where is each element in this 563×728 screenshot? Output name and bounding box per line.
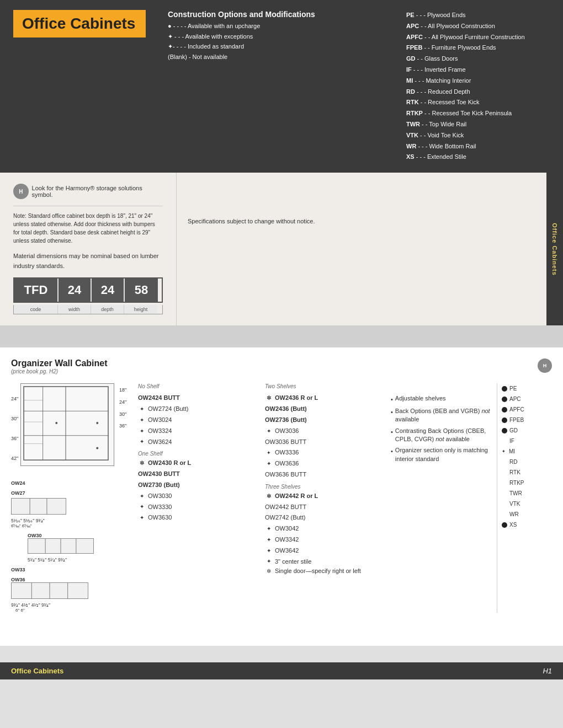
ow33-section: OW33 OW36 9³⁄₄" 4¹⁄₂" 4¹⁄₂" 9³⁄₄" 6" 6" xyxy=(11,567,132,613)
dot-apfc xyxy=(502,407,507,413)
ow2724-butt: ✦ OW2724 (Butt) xyxy=(138,404,254,415)
side-apfc: APFC xyxy=(502,404,552,415)
ow3636: ✦ OW3636 xyxy=(265,458,381,469)
dot-twr xyxy=(502,491,507,496)
tfd-label-row: code width depth height xyxy=(13,305,163,314)
label-apfc: APFC xyxy=(509,404,524,415)
height-42: 42" xyxy=(11,456,18,461)
label-fpeb: FPEB xyxy=(509,415,524,425)
left-panel: H Look for the Harmony® storage solution… xyxy=(0,173,177,325)
side-mi: ✦ MI xyxy=(502,446,552,457)
legend-mi: MI - - - Matching Interior xyxy=(406,76,550,87)
feature-text-1: Adjustable shelves xyxy=(395,394,446,403)
tfd-code: TFD xyxy=(14,279,59,302)
right-panel: Specifications subject to change without… xyxy=(177,173,546,325)
side-rtkp: RTKP xyxy=(502,478,552,488)
legend-item-2: ✦ - - - Available with exceptions xyxy=(168,31,384,42)
ow3342: ✦ OW3342 xyxy=(265,534,381,545)
label-pe: PE xyxy=(509,383,517,394)
footer-title: Office Cabinets xyxy=(11,667,63,675)
label-xs: XS xyxy=(509,520,517,530)
side-xs: XS xyxy=(502,520,552,530)
center-stile: ✦ 3" center stile xyxy=(265,556,381,568)
ow2430-butt: OW2430 BUTT xyxy=(138,469,254,480)
ow33-svg xyxy=(11,582,88,599)
specs-text: Specifications subject to change without… xyxy=(188,218,315,224)
feature-adjustable: • Adjustable shelves xyxy=(391,394,492,404)
tfd-label-code: code xyxy=(14,305,58,314)
feature-back: • Back Options (BEB and VGRB) not availa… xyxy=(391,407,492,424)
page-wrapper: Office Cabinets Construction Options and… xyxy=(0,0,563,679)
dot-pe xyxy=(502,386,507,392)
bullet-4: • xyxy=(391,447,393,456)
ow2442-rl: ✲ OW2442 R or L xyxy=(265,491,381,502)
ow27-dims: 6⁵⁄₁₆" 6⁵⁄₁₆" xyxy=(11,523,66,528)
legend-wr: WR - - - Wide Bottom Rail xyxy=(406,141,550,152)
ow33-dims: 9³⁄₄" 4¹⁄₂" 4¹⁄₂" 9³⁄₄" xyxy=(11,602,132,608)
legend-item-1: ● - - - - Available with an upcharge xyxy=(168,21,384,31)
ow36-label: OW36 xyxy=(11,577,132,582)
three-shelves-header: Three Shelves xyxy=(265,484,381,490)
footer-page: H1 xyxy=(543,667,552,675)
height-24: 24" xyxy=(11,396,18,402)
ow30-section: OW30 5¹⁄₄" 5¹⁄₄" 5¹⁄₄" 9³⁄₄" xyxy=(28,533,132,563)
dot-xs xyxy=(502,522,507,528)
ow3336: ✦ OW3336 xyxy=(265,447,381,458)
harmony-text: Look for the Harmony® storage solutions … xyxy=(32,185,163,198)
specs-note: Specifications subject to change without… xyxy=(188,217,535,226)
two-shelves-col: Two Shelves ✲ OW2436 R or L OW2436 (Butt… xyxy=(259,383,386,613)
svg-point-5 xyxy=(97,422,99,424)
ow3624: ✦ OW3624 xyxy=(138,437,254,448)
dot-fpeb xyxy=(502,417,507,423)
dot-rd xyxy=(502,459,507,465)
dot-if xyxy=(502,438,507,444)
side-apc: APC xyxy=(502,394,552,404)
cabinet-svg xyxy=(20,383,114,466)
tfd-label-width: width xyxy=(58,305,91,314)
spacer xyxy=(0,325,563,347)
height-30: 30" xyxy=(11,416,18,421)
legend-apc: APC - - All Plywood Construction xyxy=(406,21,550,32)
ow33-label: OW33 xyxy=(11,567,132,572)
ow24-label: OW24 xyxy=(11,480,66,486)
ow24-27-labels: OW24 OW27 5¹⁄₁₆" 5¹⁄₁₆" 9³⁄₄" 6⁵⁄₁₆" 6⁵⁄… xyxy=(11,476,66,528)
dot-wr xyxy=(502,512,507,517)
tfd-grid: TFD 24 24 58 xyxy=(13,277,163,303)
ow3630: ✦ OW3630 xyxy=(138,512,254,523)
legend-rtk: RTK - - Recessed Toe Kick xyxy=(406,97,550,108)
vertical-tab-label: Office Cabinets xyxy=(551,223,558,276)
legend-item-4: (Blank) - Not available xyxy=(168,52,384,62)
side-fpeb: FPEB xyxy=(502,415,552,425)
legend-apfc: APFC - - All Plywood Furniture Construct… xyxy=(406,32,550,43)
ow2436-butt: OW2436 (Butt) xyxy=(265,404,381,415)
dim-right-labels: 18" 24" 30" 36" xyxy=(119,384,126,432)
ow2436-rl: ✲ OW2436 R or L xyxy=(265,393,381,404)
construction-title: Construction Options and Modifications xyxy=(168,10,384,19)
side-if: IF xyxy=(502,436,552,446)
ow30-svg xyxy=(28,538,94,554)
side-rtk: RTK xyxy=(502,467,552,478)
organizer-title: Organizer Wall Cabinet xyxy=(11,358,108,368)
label-if: IF xyxy=(509,436,514,446)
top-content: H Look for the Harmony® storage solution… xyxy=(0,173,563,325)
feature-organizer: • Organizer section only is matching int… xyxy=(391,446,492,463)
side-legend-col: PE APC APFC FPEB GD xyxy=(497,383,552,613)
bottom-content: 24" 30" 36" 42" 18" 24" 30" 36" xyxy=(11,383,552,613)
ow3036-butt: OW3036 BUTT xyxy=(265,437,381,448)
label-vtk: VTK xyxy=(509,499,520,509)
ow3024: ✦ OW3024 xyxy=(138,415,254,426)
ow2442-butt: OW2442 BUTT xyxy=(265,502,381,513)
tfd-width: 24 xyxy=(59,279,92,302)
label-wr: WR xyxy=(509,509,519,520)
svg-point-6 xyxy=(97,447,99,449)
ow3642: ✦ OW3642 xyxy=(265,545,381,556)
dot-apc xyxy=(502,397,507,402)
label-gd: GD xyxy=(509,425,518,436)
organizer-header: Organizer Wall Cabinet (price book pg. H… xyxy=(11,358,108,374)
ow2430-rl: ✲ OW2430 R or L xyxy=(138,458,254,469)
office-note: Note: Standard office cabinet box depth … xyxy=(13,206,163,245)
legend-fpeb: FPEB - - Furniture Plywood Ends xyxy=(406,42,550,53)
ow24-diagram-box: 5¹⁄₁₆" 5¹⁄₁₆" 9³⁄₄" 6⁵⁄₁₆" 6⁵⁄₁₆" xyxy=(11,498,66,528)
dot-rtk xyxy=(502,470,507,475)
ow3042: ✦ OW3042 xyxy=(265,523,381,534)
